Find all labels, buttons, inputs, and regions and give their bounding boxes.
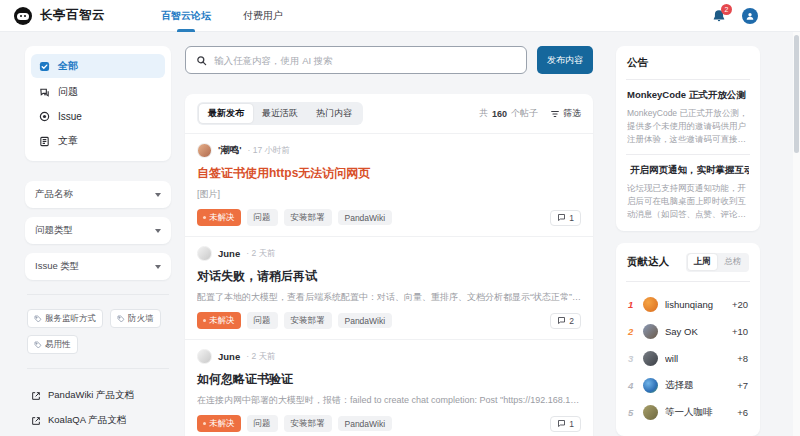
post-tag[interactable]: 问题 xyxy=(247,415,278,432)
select-label: Issue 类型 xyxy=(35,260,79,273)
post-item[interactable]: '潮鸣' · 17 小时前 自签证书使用https无法访问网页 [图片] 未解决… xyxy=(185,133,593,236)
contributors-title: 贡献达人 xyxy=(627,255,669,269)
tag-icon xyxy=(34,315,42,323)
post-tag[interactable]: PandaWiki xyxy=(338,313,393,328)
sidebar-item-all[interactable]: 全部 xyxy=(31,54,165,78)
scrollbar-thumb[interactable] xyxy=(794,35,799,153)
post-tag[interactable]: PandaWiki xyxy=(338,210,393,225)
contributor-score: +10 xyxy=(732,326,748,337)
post-author-name[interactable]: June xyxy=(218,351,240,362)
select-label: 问题类型 xyxy=(35,224,73,237)
post-author-name[interactable]: '潮鸣' xyxy=(218,144,242,157)
post-time: · 17 小时前 xyxy=(248,145,291,157)
product-name-select[interactable]: 产品名称 xyxy=(25,181,171,208)
contributor-avatar xyxy=(643,378,658,393)
post-item[interactable]: June · 2 天前 如何忽略证书验证 在连接内网中部署的大模型时，报错：fa… xyxy=(185,339,593,436)
post-title[interactable]: 自签证书使用https无法访问网页 xyxy=(197,165,581,182)
nav-tab-paid-users[interactable]: 付费用户 xyxy=(227,0,299,32)
sidebar-item-issue[interactable]: Issue xyxy=(31,106,165,127)
post-tag[interactable]: 安装部署 xyxy=(284,415,332,432)
post-tag[interactable]: 安装部署 xyxy=(284,312,332,329)
comment-icon xyxy=(557,419,566,428)
rank-number: 2 xyxy=(628,326,636,337)
comment-icon xyxy=(557,213,566,222)
status-badge-unsolved: 未解决 xyxy=(197,209,241,226)
contributor-score: +6 xyxy=(737,407,748,418)
divider xyxy=(626,154,750,155)
post-tag[interactable]: 问题 xyxy=(247,209,278,226)
brand-logo-icon[interactable] xyxy=(14,7,32,25)
contributor-avatar xyxy=(643,324,658,339)
contributor-row[interactable]: 3 will +8 xyxy=(627,345,749,372)
comment-count: 2 xyxy=(569,316,574,326)
post-tag[interactable]: 问题 xyxy=(247,312,278,329)
sidebar-item-articles[interactable]: 文章 xyxy=(31,129,165,153)
tab-last-week[interactable]: 上周 xyxy=(688,254,717,270)
sidebar-item-questions[interactable]: 问题 xyxy=(31,80,165,104)
announcements-title: 公告 xyxy=(627,56,749,70)
post-excerpt: 在连接内网中部署的大模型时，报错：failed to create chat c… xyxy=(197,394,581,407)
chevron-down-icon xyxy=(155,229,161,233)
post-feed-card: 最新发布 最近活跃 热门内容 共 160 个帖子 筛选 xyxy=(185,94,593,436)
notification-bell-icon[interactable]: 2 xyxy=(712,9,726,23)
doc-link-pandawiki[interactable]: PandaWiki 产品文档 xyxy=(27,383,169,408)
tag-chip-list: 服务监听方式 防火墙 易用性 xyxy=(25,309,171,354)
chevron-down-icon xyxy=(155,265,161,269)
search-icon xyxy=(196,55,207,66)
contributor-name[interactable]: 选择题 xyxy=(665,379,730,392)
comment-count-pill: 2 xyxy=(550,313,581,329)
post-time: · 2 天前 xyxy=(246,248,275,260)
contributor-row[interactable]: 4 选择题 +7 xyxy=(627,372,749,399)
search-input[interactable] xyxy=(214,55,516,66)
tab-overall[interactable]: 总榜 xyxy=(719,254,748,270)
post-title[interactable]: 如何忽略证书验证 xyxy=(197,371,581,388)
announcement-title[interactable]: MonkeyCode 正式开放公测，邀... xyxy=(627,89,749,102)
contributor-score: +8 xyxy=(737,353,748,364)
post-author-name[interactable]: June xyxy=(218,248,240,259)
question-type-select[interactable]: 问题类型 xyxy=(25,217,171,244)
chat-bubbles-icon xyxy=(39,87,50,98)
tab-popular[interactable]: 热门内容 xyxy=(307,104,361,123)
main-content: 发布内容 最新发布 最近活跃 热门内容 共 160 个帖子 筛选 xyxy=(185,46,593,436)
divider xyxy=(27,368,169,369)
contributor-name[interactable]: will xyxy=(665,353,730,364)
post-item[interactable]: June · 2 天前 对话失败，请稍后再试 配置了本地的大模型，查看后端系统配… xyxy=(185,236,593,339)
record-circle-icon xyxy=(39,111,50,122)
user-avatar[interactable] xyxy=(742,8,758,24)
contributor-name[interactable]: 等一人咖啡 xyxy=(665,406,730,419)
post-tag[interactable]: PandaWiki xyxy=(338,416,393,431)
divider xyxy=(27,294,169,295)
nav-tab-forum[interactable]: 百智云论坛 xyxy=(145,0,227,32)
doc-link-label: KoalaQA 产品文档 xyxy=(48,414,126,427)
divider xyxy=(626,281,750,282)
tag-chip[interactable]: 服务监听方式 xyxy=(27,309,103,328)
issue-type-select[interactable]: Issue 类型 xyxy=(25,253,171,280)
tag-chip-label: 易用性 xyxy=(45,339,71,351)
contributor-row[interactable]: 1 lishunqiang +20 xyxy=(627,291,749,318)
contributors-tabs: 上周 总榜 xyxy=(686,253,749,272)
contributor-name[interactable]: lishunqiang xyxy=(665,299,725,310)
announcement-item[interactable]: MonkeyCode 正式开放公测，邀... MonkeyCode 已正式开放公… xyxy=(627,89,749,145)
sidebar-item-label: Issue xyxy=(58,111,82,122)
tab-recently-active[interactable]: 最近活跃 xyxy=(253,104,307,123)
publish-content-button[interactable]: 发布内容 xyxy=(537,46,593,74)
post-tag[interactable]: 安装部署 xyxy=(284,209,332,226)
tag-chip[interactable]: 防火墙 xyxy=(110,309,161,328)
tag-chip-label: 服务监听方式 xyxy=(45,313,96,325)
filter-button[interactable]: 筛选 xyxy=(550,107,581,120)
post-author-avatar[interactable] xyxy=(197,349,212,364)
tab-latest[interactable]: 最新发布 xyxy=(199,104,253,123)
announcement-title[interactable]: 开启网页通知，实时掌握互动... xyxy=(627,164,749,177)
contributor-row[interactable]: 2 Say OK +10 xyxy=(627,318,749,345)
external-link-icon xyxy=(31,391,41,401)
doc-link-koalaqa[interactable]: KoalaQA 产品文档 xyxy=(27,408,169,433)
doc-link-label: PandaWiki 产品文档 xyxy=(48,389,134,402)
tag-chip[interactable]: 易用性 xyxy=(27,335,78,354)
contributor-row[interactable]: 5 等一人咖啡 +6 xyxy=(627,399,749,426)
announcement-item[interactable]: 开启网页通知，实时掌握互动... 论坛现已支持网页通知功能，开启后可在电脑桌面上… xyxy=(627,164,749,220)
post-author-avatar[interactable] xyxy=(197,246,212,261)
page-scrollbar[interactable] xyxy=(793,32,800,436)
post-author-avatar[interactable] xyxy=(197,143,212,158)
post-title[interactable]: 对话失败，请稍后再试 xyxy=(197,268,581,285)
contributor-name[interactable]: Say OK xyxy=(665,326,725,337)
